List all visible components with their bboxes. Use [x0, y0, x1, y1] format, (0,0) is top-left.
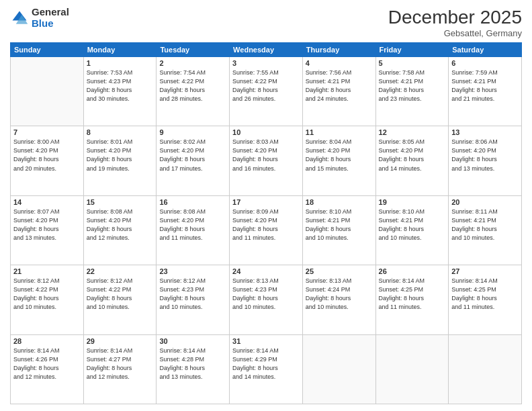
- day-info: Sunrise: 8:01 AM Sunset: 4:20 PM Dayligh…: [87, 138, 154, 173]
- day-info: Sunrise: 8:14 AM Sunset: 4:27 PM Dayligh…: [87, 347, 154, 381]
- logo-blue-text: Blue: [32, 18, 69, 30]
- day-number: 2: [159, 59, 226, 67]
- calendar-cell: 17Sunrise: 8:09 AM Sunset: 4:20 PM Dayli…: [230, 195, 303, 265]
- calendar-cell: 3Sunrise: 7:55 AM Sunset: 4:22 PM Daylig…: [230, 57, 303, 126]
- day-number: 19: [379, 198, 446, 206]
- day-info: Sunrise: 8:04 AM Sunset: 4:20 PM Dayligh…: [306, 138, 373, 173]
- day-info: Sunrise: 8:10 AM Sunset: 4:21 PM Dayligh…: [306, 208, 373, 242]
- day-number: 3: [232, 59, 300, 67]
- day-info: Sunrise: 8:12 AM Sunset: 4:23 PM Dayligh…: [159, 277, 226, 312]
- calendar-cell: 21Sunrise: 8:12 AM Sunset: 4:22 PM Dayli…: [11, 265, 84, 334]
- day-number: 15: [87, 198, 154, 206]
- day-number: 10: [232, 128, 300, 136]
- day-info: Sunrise: 8:14 AM Sunset: 4:28 PM Dayligh…: [159, 347, 226, 381]
- day-info: Sunrise: 8:03 AM Sunset: 4:20 PM Dayligh…: [232, 138, 300, 173]
- day-number: 31: [232, 337, 300, 345]
- calendar-cell: 24Sunrise: 8:13 AM Sunset: 4:23 PM Dayli…: [230, 265, 303, 334]
- day-number: 6: [451, 59, 519, 67]
- calendar-cell: 11Sunrise: 8:04 AM Sunset: 4:20 PM Dayli…: [302, 126, 375, 195]
- calendar-cell: [11, 57, 84, 126]
- day-info: Sunrise: 7:55 AM Sunset: 4:22 PM Dayligh…: [232, 68, 300, 103]
- logo-text: General Blue: [32, 7, 69, 29]
- calendar-header-tuesday: Tuesday: [157, 43, 230, 57]
- day-number: 24: [232, 267, 300, 275]
- calendar-cell: 22Sunrise: 8:12 AM Sunset: 4:22 PM Dayli…: [83, 265, 157, 334]
- page: General Blue December 2025 Gebsattel, Ge…: [0, 0, 532, 411]
- day-info: Sunrise: 8:14 AM Sunset: 4:25 PM Dayligh…: [451, 277, 519, 312]
- day-info: Sunrise: 8:12 AM Sunset: 4:22 PM Dayligh…: [13, 277, 81, 312]
- day-number: 17: [232, 198, 300, 206]
- day-number: 29: [87, 337, 154, 345]
- day-info: Sunrise: 8:14 AM Sunset: 4:26 PM Dayligh…: [13, 347, 81, 381]
- day-number: 28: [13, 337, 81, 345]
- calendar-cell: 13Sunrise: 8:06 AM Sunset: 4:20 PM Dayli…: [449, 126, 522, 195]
- title-block: December 2025 Gebsattel, Germany: [388, 7, 522, 38]
- day-info: Sunrise: 8:06 AM Sunset: 4:20 PM Dayligh…: [451, 138, 519, 173]
- day-info: Sunrise: 8:00 AM Sunset: 4:20 PM Dayligh…: [13, 138, 81, 173]
- calendar-cell: [375, 334, 449, 404]
- calendar-cell: 9Sunrise: 8:02 AM Sunset: 4:20 PM Daylig…: [157, 126, 230, 195]
- logo: General Blue: [10, 7, 69, 29]
- calendar-cell: 2Sunrise: 7:54 AM Sunset: 4:22 PM Daylig…: [157, 57, 230, 126]
- day-info: Sunrise: 8:13 AM Sunset: 4:24 PM Dayligh…: [306, 277, 373, 312]
- calendar-cell: [449, 334, 522, 404]
- day-number: 13: [451, 128, 519, 136]
- calendar-cell: 20Sunrise: 8:11 AM Sunset: 4:21 PM Dayli…: [449, 195, 522, 265]
- day-number: 16: [159, 198, 226, 206]
- day-info: Sunrise: 8:13 AM Sunset: 4:23 PM Dayligh…: [232, 277, 300, 312]
- calendar-cell: 16Sunrise: 8:08 AM Sunset: 4:20 PM Dayli…: [157, 195, 230, 265]
- day-number: 26: [379, 267, 446, 275]
- day-number: 7: [13, 128, 81, 136]
- day-info: Sunrise: 7:54 AM Sunset: 4:22 PM Dayligh…: [159, 68, 226, 103]
- day-info: Sunrise: 8:08 AM Sunset: 4:20 PM Dayligh…: [87, 208, 154, 242]
- calendar-cell: 6Sunrise: 7:59 AM Sunset: 4:21 PM Daylig…: [449, 57, 522, 126]
- day-number: 12: [379, 128, 446, 136]
- day-number: 9: [159, 128, 226, 136]
- calendar-cell: 8Sunrise: 8:01 AM Sunset: 4:20 PM Daylig…: [83, 126, 157, 195]
- calendar-header-wednesday: Wednesday: [230, 43, 303, 57]
- logo-general-text: General: [32, 7, 69, 18]
- day-info: Sunrise: 8:11 AM Sunset: 4:21 PM Dayligh…: [451, 208, 519, 242]
- calendar-cell: 15Sunrise: 8:08 AM Sunset: 4:20 PM Dayli…: [83, 195, 157, 265]
- day-info: Sunrise: 8:07 AM Sunset: 4:20 PM Dayligh…: [13, 208, 81, 242]
- day-info: Sunrise: 8:09 AM Sunset: 4:20 PM Dayligh…: [232, 208, 300, 242]
- day-info: Sunrise: 8:08 AM Sunset: 4:20 PM Dayligh…: [159, 208, 226, 242]
- calendar-header-row: SundayMondayTuesdayWednesdayThursdayFrid…: [11, 43, 522, 57]
- day-info: Sunrise: 8:14 AM Sunset: 4:25 PM Dayligh…: [379, 277, 446, 312]
- calendar-header-friday: Friday: [375, 43, 449, 57]
- day-number: 18: [306, 198, 373, 206]
- day-number: 20: [451, 198, 519, 206]
- calendar-cell: 5Sunrise: 7:58 AM Sunset: 4:21 PM Daylig…: [375, 57, 449, 126]
- calendar-header-thursday: Thursday: [302, 43, 375, 57]
- calendar-cell: 29Sunrise: 8:14 AM Sunset: 4:27 PM Dayli…: [83, 334, 157, 404]
- calendar-cell: [302, 334, 375, 404]
- day-number: 22: [87, 267, 154, 275]
- day-info: Sunrise: 8:14 AM Sunset: 4:29 PM Dayligh…: [232, 347, 300, 381]
- calendar-week-3: 14Sunrise: 8:07 AM Sunset: 4:20 PM Dayli…: [11, 195, 522, 265]
- calendar-week-4: 21Sunrise: 8:12 AM Sunset: 4:22 PM Dayli…: [11, 265, 522, 334]
- calendar-cell: 25Sunrise: 8:13 AM Sunset: 4:24 PM Dayli…: [302, 265, 375, 334]
- calendar-cell: 18Sunrise: 8:10 AM Sunset: 4:21 PM Dayli…: [302, 195, 375, 265]
- calendar-week-1: 1Sunrise: 7:53 AM Sunset: 4:23 PM Daylig…: [11, 57, 522, 126]
- day-number: 4: [306, 59, 373, 67]
- calendar-cell: 12Sunrise: 8:05 AM Sunset: 4:20 PM Dayli…: [375, 126, 449, 195]
- calendar-header-sunday: Sunday: [11, 43, 84, 57]
- day-info: Sunrise: 8:12 AM Sunset: 4:22 PM Dayligh…: [87, 277, 154, 312]
- calendar-cell: 14Sunrise: 8:07 AM Sunset: 4:20 PM Dayli…: [11, 195, 84, 265]
- day-info: Sunrise: 8:05 AM Sunset: 4:20 PM Dayligh…: [379, 138, 446, 173]
- calendar-table: SundayMondayTuesdayWednesdayThursdayFrid…: [10, 42, 522, 404]
- day-number: 27: [451, 267, 519, 275]
- calendar-header-saturday: Saturday: [449, 43, 522, 57]
- calendar-cell: 31Sunrise: 8:14 AM Sunset: 4:29 PM Dayli…: [230, 334, 303, 404]
- calendar-body: 1Sunrise: 7:53 AM Sunset: 4:23 PM Daylig…: [11, 57, 522, 404]
- day-number: 21: [13, 267, 81, 275]
- day-info: Sunrise: 7:53 AM Sunset: 4:23 PM Dayligh…: [87, 68, 154, 103]
- header: General Blue December 2025 Gebsattel, Ge…: [10, 7, 522, 38]
- logo-icon: [10, 9, 29, 28]
- calendar-week-2: 7Sunrise: 8:00 AM Sunset: 4:20 PM Daylig…: [11, 126, 522, 195]
- calendar-cell: 4Sunrise: 7:56 AM Sunset: 4:21 PM Daylig…: [302, 57, 375, 126]
- calendar-header-monday: Monday: [83, 43, 157, 57]
- subtitle: Gebsattel, Germany: [388, 28, 522, 38]
- day-number: 23: [159, 267, 226, 275]
- day-number: 30: [159, 337, 226, 345]
